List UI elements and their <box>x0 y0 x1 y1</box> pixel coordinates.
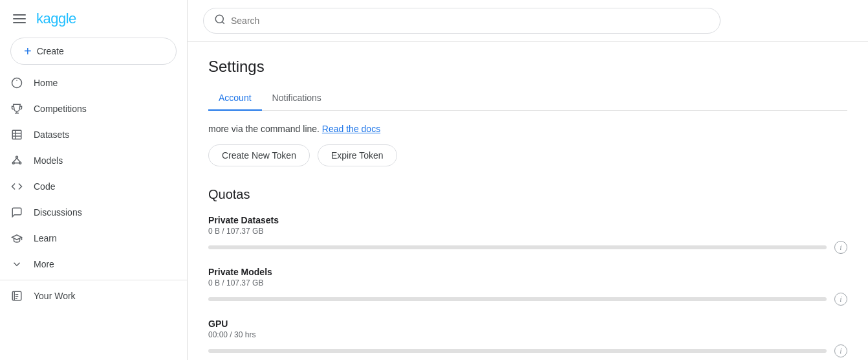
sidebar-item-datasets[interactable]: Datasets <box>0 122 182 148</box>
quotas-title: Quotas <box>208 187 847 202</box>
quota-bar-row-private-models: i <box>208 293 847 306</box>
svg-point-5 <box>16 156 18 158</box>
quota-bar-track-gpu <box>208 349 827 353</box>
plus-icon: + <box>24 45 32 58</box>
sidebar-item-code[interactable]: Code <box>0 174 182 199</box>
create-button[interactable]: + Create <box>10 38 177 65</box>
sidebar-item-label-home: Home <box>34 78 58 88</box>
quota-info-icon-private-models[interactable]: i <box>834 293 847 306</box>
sidebar-item-home[interactable]: Home <box>0 70 182 96</box>
hamburger-icon[interactable] <box>10 12 28 26</box>
sidebar-item-discussions[interactable]: Discussions <box>0 199 182 225</box>
sidebar-item-competitions[interactable]: Competitions <box>0 96 182 122</box>
quota-bar-track-private-datasets <box>208 245 827 249</box>
svg-point-0 <box>12 78 22 88</box>
read-docs-link[interactable]: Read the docs <box>322 124 380 134</box>
search-input[interactable] <box>231 16 710 26</box>
sidebar-item-label-discussions: Discussions <box>34 207 82 218</box>
main-content: Settings Account Notifications more via … <box>188 0 868 360</box>
command-line-text: more via the command line. Read the docs <box>208 124 847 134</box>
quota-item-private-models: Private Models 0 B / 107.37 GB i <box>208 267 847 306</box>
quotas-container: Private Datasets 0 B / 107.37 GB i Priva… <box>208 215 847 360</box>
quota-bar-row-gpu: i <box>208 344 847 357</box>
table-icon <box>10 128 23 141</box>
quota-item-gpu: GPU 00:00 / 30 hrs i <box>208 319 847 357</box>
content-area: Settings Account Notifications more via … <box>188 42 868 360</box>
tabs: Account Notifications <box>208 86 847 111</box>
sidebar-item-label-competitions: Competitions <box>34 104 87 114</box>
trophy-icon <box>10 102 23 115</box>
svg-line-8 <box>14 158 17 162</box>
sidebar-item-your-work[interactable]: Your Work <box>0 283 182 309</box>
chevron-down-icon <box>10 258 23 271</box>
sidebar-item-label-your-work: Your Work <box>34 291 76 301</box>
code-icon <box>10 180 23 193</box>
search-bar <box>188 0 868 42</box>
token-buttons: Create New Token Expire Token <box>208 144 847 166</box>
svg-line-16 <box>222 21 224 23</box>
sidebar-item-label-code: Code <box>34 181 55 192</box>
quota-bar-row-private-datasets: i <box>208 241 847 254</box>
quota-bar-track-private-models <box>208 297 827 301</box>
learn-icon <box>10 232 23 245</box>
quota-value-gpu: 00:00 / 30 hrs <box>208 330 847 339</box>
quota-name-gpu: GPU <box>208 319 847 329</box>
your-work-icon <box>10 289 23 302</box>
sidebar-item-label-more: More <box>34 259 54 269</box>
quota-name-private-models: Private Models <box>208 267 847 277</box>
quota-value-private-datasets: 0 B / 107.37 GB <box>208 227 847 236</box>
quota-value-private-models: 0 B / 107.37 GB <box>208 278 847 287</box>
sidebar-header: kaggle <box>0 5 187 38</box>
sidebar-item-models[interactable]: Models <box>0 148 182 174</box>
search-wrapper[interactable] <box>203 8 721 34</box>
sidebar-item-label-learn: Learn <box>34 233 57 243</box>
quota-info-icon-private-datasets[interactable]: i <box>834 241 847 254</box>
create-label: Create <box>37 46 64 56</box>
sidebar-item-label-datasets: Datasets <box>34 129 69 140</box>
tab-account[interactable]: Account <box>208 86 262 111</box>
sidebar-item-learn[interactable]: Learn <box>0 225 182 251</box>
sidebar-item-label-models: Models <box>34 155 63 166</box>
quota-item-private-datasets: Private Datasets 0 B / 107.37 GB i <box>208 215 847 254</box>
tab-notifications[interactable]: Notifications <box>262 86 332 111</box>
quota-info-icon-gpu[interactable]: i <box>834 344 847 357</box>
svg-point-15 <box>215 15 223 23</box>
logo-text: kaggle <box>36 10 76 27</box>
sidebar-item-more[interactable]: More <box>0 251 182 277</box>
discussion-icon <box>10 206 23 219</box>
svg-line-9 <box>17 158 20 162</box>
sidebar: kaggle + Create Home Competitions Datase… <box>0 0 188 360</box>
logo[interactable]: kaggle <box>36 10 76 27</box>
models-icon <box>10 154 23 167</box>
create-new-token-button[interactable]: Create New Token <box>208 144 310 166</box>
svg-rect-1 <box>12 130 21 139</box>
nav-divider <box>0 280 187 280</box>
search-icon <box>214 14 226 28</box>
settings-title: Settings <box>208 58 847 76</box>
expire-token-button[interactable]: Expire Token <box>318 144 397 166</box>
quota-name-private-datasets: Private Datasets <box>208 215 847 225</box>
home-icon <box>10 76 23 89</box>
